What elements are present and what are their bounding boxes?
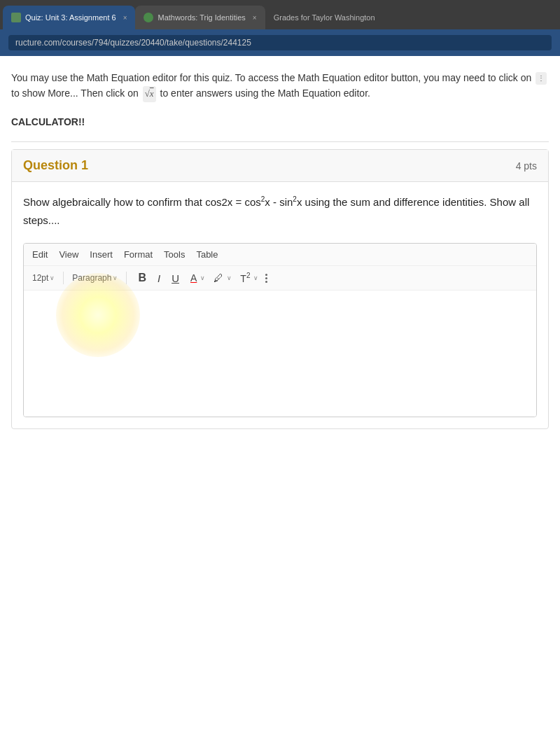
url-input[interactable]: ructure.com/courses/794/quizzes/20440/ta… bbox=[8, 35, 552, 50]
paragraph-chevron: ∨ bbox=[113, 274, 118, 281]
font-color-chevron: ∨ bbox=[200, 274, 205, 281]
tab-mathwords[interactable]: Mathwords: Trig Identities × bbox=[135, 6, 265, 29]
editor-menu-bar: Edit View Insert Format Tools Table bbox=[24, 244, 536, 266]
mathwords-tab-close[interactable]: × bbox=[253, 14, 257, 22]
font-size-group: 12pt ∨ bbox=[32, 273, 55, 283]
more-options-button[interactable] bbox=[264, 272, 269, 284]
sqrt-icon: √x bbox=[143, 86, 156, 102]
dots-icon: ⋮ bbox=[536, 72, 547, 85]
tab-quiz[interactable]: Quiz: Unit 3: Assignment 6 × bbox=[3, 6, 135, 29]
toolbar-sep-2 bbox=[126, 272, 127, 284]
superscript-group: T2 ∨ bbox=[237, 270, 258, 286]
question-header: Question 1 4 pts bbox=[12, 150, 548, 182]
bold-button[interactable]: B bbox=[135, 270, 149, 286]
more-dot-3 bbox=[265, 281, 267, 283]
superscript-chevron: ∨ bbox=[253, 274, 258, 281]
editor-toolbar: 12pt ∨ Paragraph ∨ B I U bbox=[24, 266, 536, 291]
quiz-tab-label: Quiz: Unit 3: Assignment 6 bbox=[25, 13, 116, 22]
question-container: Question 1 4 pts Show algebraically how … bbox=[11, 149, 549, 429]
editor-menu-tools[interactable]: Tools bbox=[164, 249, 185, 260]
font-size-chevron: ∨ bbox=[50, 274, 55, 281]
underline-button[interactable]: U bbox=[169, 271, 182, 286]
editor-menu-table[interactable]: Table bbox=[196, 249, 218, 260]
info-text: You may use the Math Equation editor for… bbox=[11, 70, 549, 102]
mathwords-tab-favicon bbox=[144, 13, 153, 22]
highlight-button[interactable]: 🖊 bbox=[211, 271, 226, 285]
question-title: Question 1 bbox=[23, 158, 88, 173]
font-color-group: A ∨ bbox=[188, 271, 205, 285]
grades-tab-label: Grades for Taylor Washington bbox=[274, 13, 375, 22]
paragraph-select[interactable]: Paragraph ∨ bbox=[72, 273, 118, 283]
section-divider bbox=[11, 141, 549, 142]
superscript-button[interactable]: T2 bbox=[237, 270, 253, 286]
page-content: You may use the Math Equation editor for… bbox=[0, 56, 560, 747]
calculator-notice: CALCULATOR!! bbox=[11, 113, 549, 130]
italic-button[interactable]: I bbox=[155, 271, 163, 286]
editor-text-area[interactable] bbox=[24, 291, 536, 417]
quiz-tab-favicon bbox=[11, 13, 21, 22]
quiz-tab-close[interactable]: × bbox=[123, 14, 127, 22]
answer-editor[interactable]: Edit View Insert Format Tools Table 12pt… bbox=[23, 243, 537, 417]
more-dot-1 bbox=[265, 274, 267, 276]
tab-grades[interactable]: Grades for Taylor Washington bbox=[265, 6, 384, 29]
question-body: Show algebraically how to confirm that c… bbox=[12, 182, 548, 428]
question-text: Show algebraically how to confirm that c… bbox=[23, 193, 537, 229]
editor-menu-edit[interactable]: Edit bbox=[32, 249, 48, 260]
font-color-button[interactable]: A bbox=[188, 271, 200, 285]
question-points: 4 pts bbox=[516, 160, 537, 172]
highlight-group: 🖊 ∨ bbox=[211, 271, 232, 285]
font-size-select[interactable]: 12pt ∨ bbox=[32, 273, 55, 283]
mathwords-tab-label: Mathwords: Trig Identities bbox=[158, 13, 245, 22]
more-dot-2 bbox=[265, 277, 267, 279]
toolbar-sep-1 bbox=[63, 272, 64, 284]
tab-bar: Quiz: Unit 3: Assignment 6 × Mathwords: … bbox=[0, 0, 560, 29]
editor-menu-format[interactable]: Format bbox=[124, 249, 153, 260]
address-bar: ructure.com/courses/794/quizzes/20440/ta… bbox=[0, 29, 560, 56]
editor-menu-view[interactable]: View bbox=[59, 249, 78, 260]
highlight-chevron: ∨ bbox=[227, 274, 232, 281]
paragraph-group: Paragraph ∨ bbox=[72, 273, 118, 283]
browser-chrome: Quiz: Unit 3: Assignment 6 × Mathwords: … bbox=[0, 0, 560, 56]
editor-menu-insert[interactable]: Insert bbox=[90, 249, 113, 260]
